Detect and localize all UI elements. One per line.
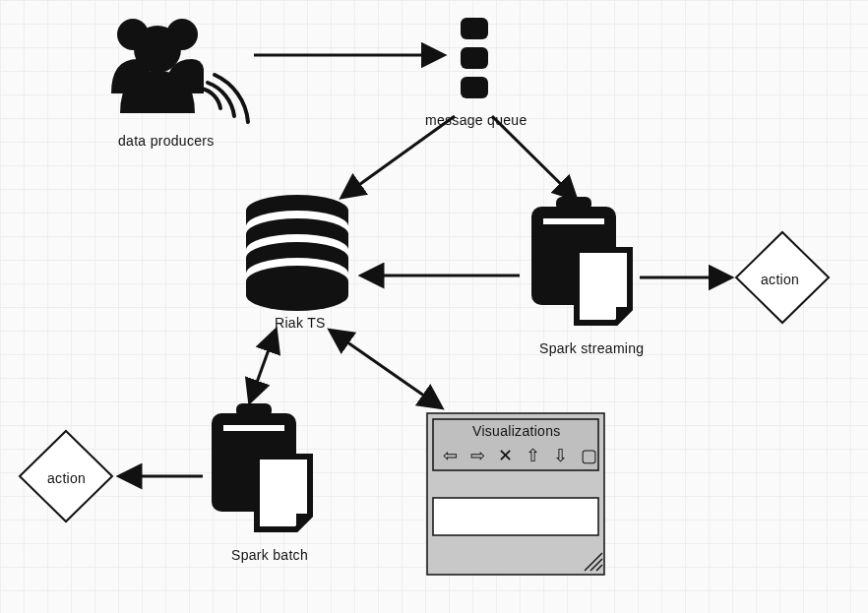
message-queue-icon (461, 18, 488, 98)
edge-riak-to-viz (331, 331, 441, 407)
spark-streaming-label: Spark streaming (539, 340, 644, 356)
visualizations-icon-row: ⇦ ⇨ ✕ ⇧ ⇩ ▢ (443, 445, 601, 466)
diagram-canvas: data producers message queue Riak TS Spa… (0, 0, 868, 613)
edge-queue-to-streaming (492, 116, 576, 199)
action-left-label: action (47, 470, 86, 486)
svg-rect-24 (223, 425, 284, 431)
spark-batch-label: Spark batch (231, 547, 308, 563)
riak-ts-label: Riak TS (275, 315, 326, 331)
svg-rect-5 (461, 77, 488, 98)
data-producers-icon (111, 19, 248, 122)
action-right-label: action (761, 272, 799, 287)
spark-streaming-icon (531, 197, 632, 323)
svg-rect-20 (543, 218, 604, 224)
svg-rect-3 (461, 18, 488, 39)
svg-point-2 (134, 26, 181, 73)
svg-point-17 (246, 279, 348, 311)
riak-ts-icon (246, 195, 348, 311)
data-producers-label: data producers (118, 133, 215, 149)
edge-riak-to-batch (250, 331, 276, 401)
message-queue-label: message queue (425, 112, 527, 128)
edge-queue-to-riak (342, 116, 455, 197)
svg-rect-28 (433, 498, 598, 535)
visualizations-label: Visualizations (472, 423, 561, 439)
svg-rect-4 (461, 47, 488, 69)
spark-batch-icon (212, 403, 312, 529)
svg-rect-23 (236, 403, 272, 417)
